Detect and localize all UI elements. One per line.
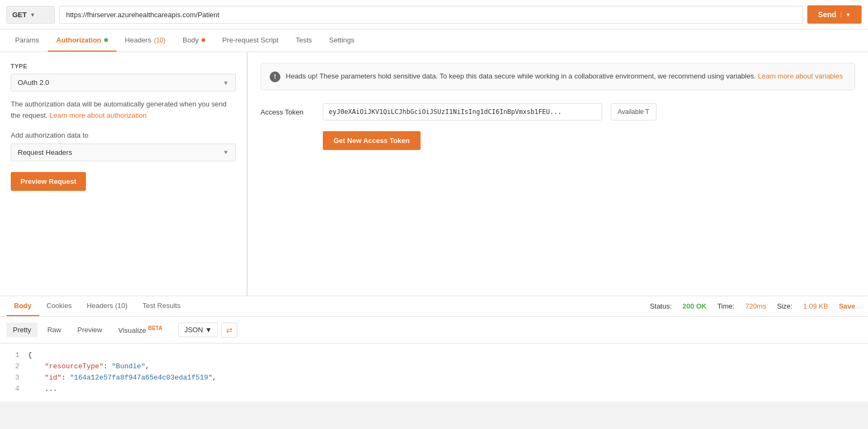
response-status-row: Status: 200 OK Time: 720ms Size: 1.09 KB… [650,302,862,310]
add-data-value: Request Headers [18,148,72,156]
format-pretty-label: Pretty [13,326,31,334]
bottom-tab-body[interactable]: Body [6,296,39,316]
tab-settings[interactable]: Settings [321,30,363,52]
line-number-1: 1 [9,350,19,361]
available-tokens-button[interactable]: Available T [611,103,656,120]
format-tab-raw[interactable]: Raw [41,323,68,337]
get-token-label: Get New Access Token [334,137,410,145]
method-chevron-icon: ▼ [30,12,35,18]
format-bar: Pretty Raw Preview Visualize BETA JSON ▼… [0,317,868,344]
format-visualize-label: Visualize [118,326,146,334]
type-label: TYPE [11,63,236,69]
access-token-input[interactable] [323,103,602,120]
code-content-3: "id": "164a12e57fa8f947a65e4c03eda1f519"… [28,373,216,384]
authorization-dot-icon [104,38,108,42]
add-data-dropdown[interactable]: Request Headers ▼ [11,144,236,161]
format-preview-label: Preview [77,326,102,334]
time-value: 720ms [745,302,766,310]
auth-description: The authorization data will be automatic… [11,99,236,121]
learn-variables-link[interactable]: Learn more about variables [758,72,843,80]
status-label: Status: [650,302,671,310]
bottom-tab-test-results[interactable]: Test Results [135,296,188,316]
code-line-3: 3 "id": "164a12e57fa8f947a65e4c03eda1f51… [9,373,859,384]
tab-pre-request-script-label: Pre-request Script [222,36,279,44]
access-token-row: Access Token Available T [261,103,855,120]
auth-type-chevron-icon: ▼ [223,80,229,86]
bottom-tab-headers[interactable]: Headers (10) [79,296,135,316]
body-dot-icon [201,38,205,42]
beta-badge: BETA [148,325,162,331]
tab-authorization[interactable]: Authorization [48,30,117,52]
auth-type-value: OAuth 2.0 [18,78,49,87]
tab-params[interactable]: Params [6,30,48,52]
warning-icon: ! [270,72,280,82]
add-data-label: Add authorization data to [11,131,236,139]
method-label: GET [12,11,27,19]
send-button[interactable]: Send ▼ [807,5,862,24]
code-line-4: 4 ... [9,384,859,395]
json-format-chevron-icon: ▼ [205,326,212,334]
bottom-tab-headers-label: Headers (10) [86,302,127,310]
tab-authorization-label: Authorization [56,36,102,44]
add-data-chevron-icon: ▼ [223,149,229,155]
line-number-2: 2 [9,361,19,373]
format-tab-visualize[interactable]: Visualize BETA [112,322,169,338]
preview-request-button[interactable]: Preview Request [11,172,86,191]
line-number-3: 3 [9,373,19,384]
json-format-label: JSON [184,326,203,334]
code-line-2: 2 "resourceType": "Bundle", [9,361,859,373]
response-body-code: 1 { 2 "resourceType": "Bundle", 3 "id": … [0,344,868,401]
bottom-tab-cookies[interactable]: Cookies [39,296,79,316]
learn-more-link[interactable]: Learn more about authorization [49,111,147,119]
tab-body[interactable]: Body [174,30,214,52]
status-value: 200 OK [683,302,707,310]
code-content-2: "resourceType": "Bundle", [28,361,149,373]
tab-headers[interactable]: Headers (10) [117,30,174,52]
line-number-4: 4 [9,384,19,395]
save-response-link[interactable]: Save [839,302,855,310]
warning-message: Heads up! These parameters hold sensitiv… [286,72,756,80]
bottom-tabs: Body Cookies Headers (10) Test Results [6,296,188,316]
format-raw-label: Raw [47,326,61,334]
tab-body-label: Body [183,36,199,44]
code-content-4: ... [28,384,57,395]
method-dropdown[interactable]: GET ▼ [6,6,55,24]
key-resourceType: "resourceType" [45,362,103,370]
bottom-tab-test-results-label: Test Results [142,302,180,310]
key-id: "id" [45,374,61,382]
wrap-lines-button[interactable]: ⇄ [221,323,237,338]
tab-settings-label: Settings [329,36,355,44]
code-content-1: { [28,350,32,361]
url-input[interactable] [59,6,803,24]
json-format-dropdown[interactable]: JSON ▼ [178,323,218,337]
tab-params-label: Params [15,36,39,44]
val-id: "164a12e57fa8f947a65e4c03eda1f519" [70,374,212,382]
bottom-tab-body-label: Body [14,302,32,310]
send-chevron-icon: ▼ [841,12,851,18]
tab-pre-request-script[interactable]: Pre-request Script [214,30,287,52]
val-bundle: "Bundle" [112,362,145,370]
preview-btn-label: Preview Request [20,177,76,185]
right-panel: ! Heads up! These parameters hold sensit… [248,52,868,296]
code-line-1: 1 { [9,350,859,361]
tab-tests-label: Tests [295,36,312,44]
send-label: Send [818,10,836,19]
auth-type-dropdown[interactable]: OAuth 2.0 ▼ [11,74,236,91]
main-content: TYPE OAuth 2.0 ▼ The authorization data … [0,52,868,296]
left-panel: TYPE OAuth 2.0 ▼ The authorization data … [0,52,247,296]
bottom-tab-cookies-label: Cookies [47,302,72,310]
bottom-tabs-status-row: Body Cookies Headers (10) Test Results S… [0,296,868,317]
size-value: 1.09 KB [803,302,828,310]
get-new-access-token-button[interactable]: Get New Access Token [323,131,421,150]
url-bar: GET ▼ Send ▼ [0,0,868,30]
headers-badge: (10) [154,37,165,44]
available-tokens-label: Available T [618,108,649,116]
time-label: Time: [717,302,734,310]
tab-tests[interactable]: Tests [287,30,320,52]
bottom-section: Body Cookies Headers (10) Test Results S… [0,296,868,402]
warning-text: Heads up! These parameters hold sensitiv… [286,71,843,82]
format-tab-pretty[interactable]: Pretty [6,323,38,337]
request-tabs: Params Authorization Headers (10) Body P… [0,30,868,52]
access-token-label: Access Token [261,108,314,116]
format-tab-preview[interactable]: Preview [71,323,108,337]
